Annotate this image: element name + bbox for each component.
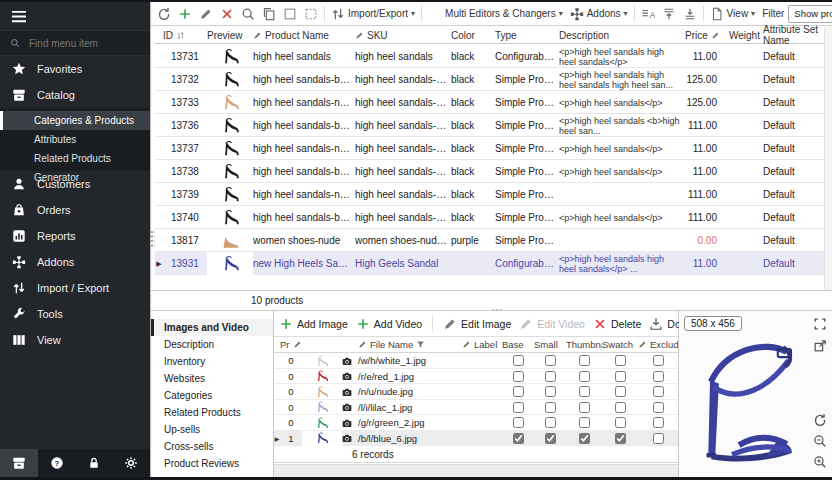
filter-select[interactable]: Show products from selected categories▾ xyxy=(788,5,832,23)
select-range-button[interactable] xyxy=(301,3,321,25)
tab-inventory[interactable]: Inventory xyxy=(151,353,273,370)
sidebar-item-view[interactable]: View xyxy=(0,327,150,353)
small-checkbox[interactable] xyxy=(545,402,556,413)
sidebar-item-import-export[interactable]: Import / Export xyxy=(0,275,150,301)
image-row[interactable]: 0/w/h/white_1.jpg xyxy=(274,353,678,369)
product-row[interactable]: 13732high heel sandals-blackhigh heel sa… xyxy=(155,68,824,91)
search-button[interactable] xyxy=(238,3,258,25)
product-row[interactable]: 13740high heel sandals-black-38high heel… xyxy=(155,206,824,229)
base-checkbox[interactable] xyxy=(513,402,524,413)
tab-related-products[interactable]: Related Products xyxy=(151,404,273,421)
delete-image-button[interactable]: Delete xyxy=(593,317,641,331)
column-header-description[interactable]: Description xyxy=(559,30,685,41)
base-checkbox[interactable] xyxy=(513,433,524,444)
rotate-icon[interactable] xyxy=(813,413,827,427)
column-header-file-name[interactable]: File Name xyxy=(358,339,462,350)
swatch-checkbox[interactable] xyxy=(615,417,626,428)
sidebar-item-reports[interactable]: Reports xyxy=(0,223,150,249)
tab-websites[interactable]: Websites xyxy=(151,370,273,387)
product-row[interactable]: 13739high heel sandals-nude-37high heel … xyxy=(155,183,824,206)
small-checkbox[interactable] xyxy=(545,371,556,382)
product-row[interactable]: 13736high heel sandals-black-36high heel… xyxy=(155,114,824,137)
delete-product-button[interactable] xyxy=(217,3,237,25)
exclude-checkbox[interactable] xyxy=(653,433,664,444)
column-header-price[interactable]: Price xyxy=(685,30,729,41)
product-row[interactable]: 13737high heel sandals-nude-36high heel … xyxy=(155,137,824,160)
addons-menu[interactable]: Addons▾ xyxy=(567,3,631,25)
column-header-small[interactable]: Small xyxy=(534,339,566,350)
settings-gear-icon[interactable] xyxy=(113,456,150,470)
small-checkbox[interactable] xyxy=(545,355,556,366)
sidebar-item-orders[interactable]: Orders xyxy=(0,197,150,223)
column-header-base[interactable]: Base xyxy=(502,339,534,350)
zoom-out-icon[interactable] xyxy=(813,434,827,448)
thumbnail-checkbox[interactable] xyxy=(579,417,590,428)
tab-images-and-video[interactable]: Images and Video xyxy=(151,319,273,336)
exclude-checkbox[interactable] xyxy=(653,371,664,382)
image-row[interactable]: 0/r/e/red_1.jpg xyxy=(274,369,678,385)
small-checkbox[interactable] xyxy=(545,417,556,428)
base-checkbox[interactable] xyxy=(513,386,524,397)
edit-image-button[interactable]: Edit Image xyxy=(443,317,511,331)
autosize-columns-button[interactable]: A xyxy=(638,3,658,25)
tab-cross-sells[interactable]: Cross-sells xyxy=(151,438,273,455)
tab-product-reviews[interactable]: Product Reviews xyxy=(151,455,273,472)
lock-icon[interactable] xyxy=(75,456,112,470)
edit-video-button[interactable]: Edit Video xyxy=(519,317,585,331)
base-checkbox[interactable] xyxy=(513,355,524,366)
edit-product-button[interactable] xyxy=(196,3,216,25)
menu-search-input[interactable] xyxy=(27,37,131,50)
swatch-checkbox[interactable] xyxy=(615,371,626,382)
small-checkbox[interactable] xyxy=(545,433,556,444)
tab-up-sells[interactable]: Up-sells xyxy=(151,421,273,438)
tab-description[interactable]: Description xyxy=(151,336,273,353)
open-external-icon[interactable] xyxy=(813,339,827,353)
sidebar-search[interactable] xyxy=(0,30,150,56)
import-export-menu[interactable]: Import/Export▾ xyxy=(328,3,418,25)
expand-rows-button[interactable] xyxy=(659,3,679,25)
tab-categories[interactable]: Categories xyxy=(151,387,273,404)
sidebar-item-favorites[interactable]: Favorites xyxy=(0,56,150,82)
hamburger-menu-icon[interactable] xyxy=(10,9,27,24)
image-row[interactable]: 0/l/i/lilac_1.jpg xyxy=(274,400,678,416)
sidebar-item-categories-products[interactable]: Categories & Products xyxy=(0,111,150,130)
sidebar-item-related-products-generator[interactable]: Related Products Generator xyxy=(0,149,150,168)
base-checkbox[interactable] xyxy=(513,371,524,382)
copy-button[interactable] xyxy=(259,3,279,25)
column-header-thumbna[interactable]: Thumbna xyxy=(566,339,602,350)
swatch-checkbox[interactable] xyxy=(615,355,626,366)
column-header-sku[interactable]: SKU xyxy=(355,30,451,41)
image-row[interactable]: 0/g/r/green_2.jpg xyxy=(274,415,678,431)
column-header-type[interactable]: Type xyxy=(495,30,559,41)
sidebar-item-tools[interactable]: Tools xyxy=(0,301,150,327)
sort-icon[interactable] xyxy=(176,31,185,40)
product-row[interactable]: 13733high heel sandals-nudehigh heel san… xyxy=(155,91,824,114)
add-image-button[interactable]: Add Image xyxy=(279,317,348,331)
sidebar-item-attributes[interactable]: Attributes xyxy=(0,130,150,149)
exclude-checkbox[interactable] xyxy=(653,355,664,366)
column-header-pr[interactable]: Pr xyxy=(280,339,302,350)
small-checkbox[interactable] xyxy=(545,386,556,397)
sidebar-item-addons[interactable]: Addons xyxy=(0,249,150,275)
column-header-color[interactable]: Color xyxy=(451,30,495,41)
add-video-button[interactable]: Add Video xyxy=(356,317,422,331)
column-header-exclude[interactable]: Exclude xyxy=(638,339,678,350)
thumbnail-checkbox[interactable] xyxy=(579,386,590,397)
thumbnail-checkbox[interactable] xyxy=(579,371,590,382)
thumbnail-checkbox[interactable] xyxy=(579,402,590,413)
column-header-preview[interactable]: Preview xyxy=(207,30,253,41)
horizontal-scrollbar[interactable] xyxy=(274,464,678,478)
collapse-rows-button[interactable] xyxy=(680,3,700,25)
swatch-checkbox[interactable] xyxy=(615,433,626,444)
product-row[interactable]: 13738high heel sandals-black-37high heel… xyxy=(155,160,824,183)
column-header-weight[interactable]: Weight xyxy=(729,30,763,41)
exclude-checkbox[interactable] xyxy=(653,417,664,428)
column-header-id[interactable]: ID xyxy=(163,30,207,41)
vertical-scrollbar[interactable] xyxy=(824,27,832,290)
sidebar-item-catalog[interactable]: Catalog xyxy=(0,82,150,108)
product-row[interactable]: ▶13931new High Heels SandalsHigh Geels S… xyxy=(155,252,824,275)
catalog-shortcut-icon[interactable] xyxy=(0,449,38,477)
thumbnail-checkbox[interactable] xyxy=(579,433,590,444)
image-row[interactable]: ▶1/b/l/blue_6.jpg xyxy=(274,431,678,447)
exclude-checkbox[interactable] xyxy=(653,386,664,397)
